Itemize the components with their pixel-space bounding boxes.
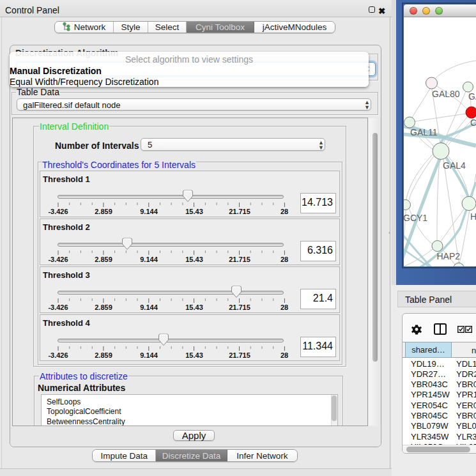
svg-text:GA: GA [468, 91, 476, 102]
svg-text:C: C [470, 118, 476, 128]
svg-text:GAL4: GAL4 [443, 160, 466, 171]
svg-text:HAP2: HAP2 [437, 251, 461, 261]
svg-text:GAL11: GAL11 [410, 127, 438, 137]
svg-text:H: H [470, 211, 476, 222]
svg-text:GCY1: GCY1 [404, 213, 427, 223]
svg-text:GAL80: GAL80 [432, 89, 460, 99]
